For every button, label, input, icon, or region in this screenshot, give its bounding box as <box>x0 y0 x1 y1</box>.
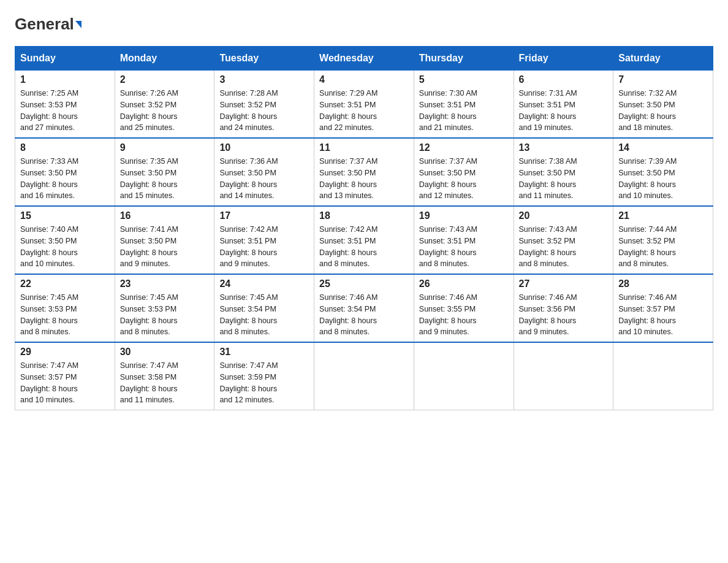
logo-general: General <box>15 15 74 34</box>
sunset-label: Sunset: 3:52 PM <box>219 101 276 109</box>
day-info: Sunrise: 7:36 AM Sunset: 3:50 PM Dayligh… <box>219 156 309 202</box>
sunset-label: Sunset: 3:51 PM <box>419 237 476 245</box>
day-info: Sunrise: 7:47 AM Sunset: 3:59 PM Dayligh… <box>219 360 309 406</box>
sunset-label: Sunset: 3:53 PM <box>120 305 176 313</box>
day-number: 24 <box>219 278 309 289</box>
sunrise-label: Sunrise: 7:40 AM <box>20 225 78 234</box>
calendar-table: SundayMondayTuesdayWednesdayThursdayFrid… <box>15 46 713 410</box>
daylight-label: Daylight: 8 hours <box>20 385 78 393</box>
sunrise-label: Sunrise: 7:42 AM <box>319 225 377 234</box>
sunset-label: Sunset: 3:56 PM <box>519 305 575 313</box>
day-info: Sunrise: 7:28 AM Sunset: 3:52 PM Dayligh… <box>219 88 309 134</box>
daylight-label: Daylight: 8 hours <box>618 112 676 121</box>
weekday-header-thursday: Thursday <box>414 47 514 71</box>
day-number: 26 <box>419 278 509 289</box>
daylight-minutes: and 8 minutes. <box>20 327 70 336</box>
week-row-3: 15 Sunrise: 7:40 AM Sunset: 3:50 PM Dayl… <box>15 206 713 274</box>
sunset-label: Sunset: 3:50 PM <box>219 169 276 177</box>
sunrise-label: Sunrise: 7:25 AM <box>20 89 78 98</box>
sunset-label: Sunset: 3:54 PM <box>219 305 276 313</box>
sunset-label: Sunset: 3:51 PM <box>319 237 376 245</box>
week-row-1: 1 Sunrise: 7:25 AM Sunset: 3:53 PM Dayli… <box>15 71 713 139</box>
day-number: 21 <box>618 210 708 221</box>
daylight-minutes: and 8 minutes. <box>120 327 170 336</box>
sunrise-label: Sunrise: 7:39 AM <box>618 157 677 166</box>
calendar-cell: 26 Sunrise: 7:46 AM Sunset: 3:55 PM Dayl… <box>414 274 514 342</box>
calendar-cell <box>414 342 514 410</box>
day-number: 4 <box>319 74 409 85</box>
daylight-minutes: and 22 minutes. <box>319 123 374 132</box>
day-info: Sunrise: 7:32 AM Sunset: 3:50 PM Dayligh… <box>618 88 708 134</box>
daylight-minutes: and 10 minutes. <box>618 327 673 336</box>
day-info: Sunrise: 7:46 AM Sunset: 3:54 PM Dayligh… <box>319 292 409 338</box>
calendar-cell: 25 Sunrise: 7:46 AM Sunset: 3:54 PM Dayl… <box>314 274 414 342</box>
weekday-header-tuesday: Tuesday <box>214 47 314 71</box>
sunset-label: Sunset: 3:54 PM <box>319 305 376 313</box>
sunrise-label: Sunrise: 7:47 AM <box>20 361 78 370</box>
calendar-cell: 29 Sunrise: 7:47 AM Sunset: 3:57 PM Dayl… <box>15 342 115 410</box>
day-number: 10 <box>219 142 309 153</box>
daylight-minutes: and 9 minutes. <box>219 259 270 268</box>
daylight-minutes: and 9 minutes. <box>419 327 469 336</box>
logo-arrow-icon <box>75 21 82 28</box>
day-info: Sunrise: 7:42 AM Sunset: 3:51 PM Dayligh… <box>219 224 309 270</box>
daylight-minutes: and 11 minutes. <box>519 191 574 200</box>
calendar-cell: 9 Sunrise: 7:35 AM Sunset: 3:50 PM Dayli… <box>115 138 214 206</box>
daylight-label: Daylight: 8 hours <box>618 316 676 325</box>
sunset-label: Sunset: 3:52 PM <box>618 237 675 245</box>
sunrise-label: Sunrise: 7:47 AM <box>219 361 278 370</box>
daylight-minutes: and 10 minutes. <box>618 191 673 200</box>
daylight-label: Daylight: 8 hours <box>120 248 178 257</box>
sunrise-label: Sunrise: 7:26 AM <box>120 89 178 98</box>
sunset-label: Sunset: 3:53 PM <box>20 305 77 313</box>
sunrise-label: Sunrise: 7:28 AM <box>219 89 278 98</box>
day-number: 6 <box>519 74 609 85</box>
sunset-label: Sunset: 3:50 PM <box>20 169 77 177</box>
day-number: 7 <box>618 74 708 85</box>
calendar-cell: 2 Sunrise: 7:26 AM Sunset: 3:52 PM Dayli… <box>115 71 214 139</box>
calendar-cell: 16 Sunrise: 7:41 AM Sunset: 3:50 PM Dayl… <box>115 206 214 274</box>
daylight-label: Daylight: 8 hours <box>120 385 178 393</box>
daylight-label: Daylight: 8 hours <box>20 316 78 325</box>
daylight-minutes: and 11 minutes. <box>120 396 175 404</box>
daylight-label: Daylight: 8 hours <box>20 180 78 189</box>
daylight-label: Daylight: 8 hours <box>319 248 377 257</box>
day-info: Sunrise: 7:39 AM Sunset: 3:50 PM Dayligh… <box>618 156 708 202</box>
daylight-minutes: and 19 minutes. <box>519 123 574 132</box>
sunrise-label: Sunrise: 7:33 AM <box>20 157 78 166</box>
sunset-label: Sunset: 3:50 PM <box>20 237 77 245</box>
calendar-cell: 7 Sunrise: 7:32 AM Sunset: 3:50 PM Dayli… <box>613 71 713 139</box>
calendar-cell: 11 Sunrise: 7:37 AM Sunset: 3:50 PM Dayl… <box>314 138 414 206</box>
sunset-label: Sunset: 3:51 PM <box>519 101 575 109</box>
day-number: 16 <box>120 210 210 221</box>
sunrise-label: Sunrise: 7:30 AM <box>419 89 477 98</box>
page-header: General <box>15 15 713 34</box>
daylight-label: Daylight: 8 hours <box>219 112 277 121</box>
daylight-label: Daylight: 8 hours <box>219 248 277 257</box>
day-info: Sunrise: 7:46 AM Sunset: 3:57 PM Dayligh… <box>618 292 708 338</box>
daylight-label: Daylight: 8 hours <box>120 316 178 325</box>
day-number: 31 <box>219 347 309 358</box>
day-number: 1 <box>20 74 110 85</box>
day-number: 11 <box>319 142 409 153</box>
daylight-label: Daylight: 8 hours <box>120 180 178 189</box>
sunset-label: Sunset: 3:53 PM <box>20 101 77 109</box>
sunset-label: Sunset: 3:50 PM <box>618 101 675 109</box>
day-info: Sunrise: 7:41 AM Sunset: 3:50 PM Dayligh… <box>120 224 210 270</box>
day-info: Sunrise: 7:25 AM Sunset: 3:53 PM Dayligh… <box>20 88 110 134</box>
daylight-minutes: and 16 minutes. <box>20 191 75 200</box>
day-number: 3 <box>219 74 309 85</box>
sunrise-label: Sunrise: 7:35 AM <box>120 157 178 166</box>
daylight-minutes: and 8 minutes. <box>319 327 370 336</box>
daylight-minutes: and 12 minutes. <box>419 191 474 200</box>
daylight-minutes: and 10 minutes. <box>20 396 75 404</box>
day-info: Sunrise: 7:45 AM Sunset: 3:54 PM Dayligh… <box>219 292 309 338</box>
daylight-label: Daylight: 8 hours <box>519 316 577 325</box>
daylight-label: Daylight: 8 hours <box>319 112 377 121</box>
daylight-minutes: and 13 minutes. <box>319 191 374 200</box>
sunset-label: Sunset: 3:55 PM <box>419 305 476 313</box>
calendar-cell: 1 Sunrise: 7:25 AM Sunset: 3:53 PM Dayli… <box>15 71 115 139</box>
calendar-cell: 12 Sunrise: 7:37 AM Sunset: 3:50 PM Dayl… <box>414 138 514 206</box>
calendar-cell: 22 Sunrise: 7:45 AM Sunset: 3:53 PM Dayl… <box>15 274 115 342</box>
daylight-minutes: and 14 minutes. <box>219 191 274 200</box>
